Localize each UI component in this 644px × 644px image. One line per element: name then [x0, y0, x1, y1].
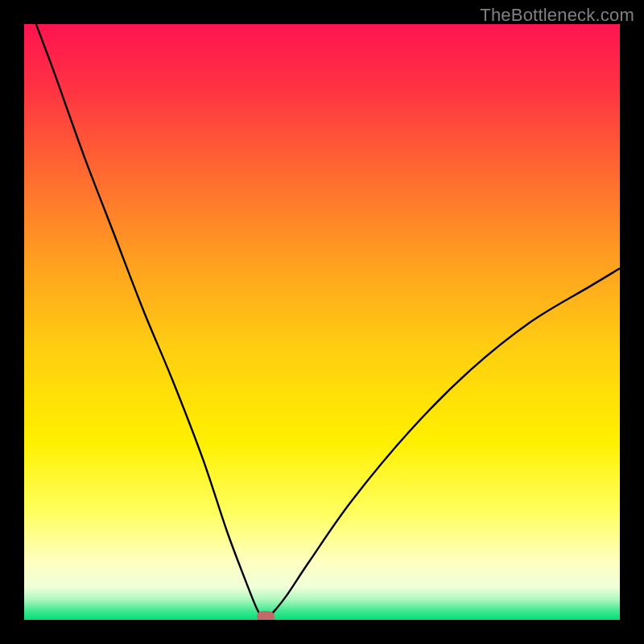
plot-area [24, 24, 620, 620]
watermark-text: TheBottleneck.com [480, 5, 634, 26]
optimal-marker [257, 611, 275, 620]
chart-frame: TheBottleneck.com [0, 0, 644, 644]
bottleneck-curve [24, 24, 620, 620]
